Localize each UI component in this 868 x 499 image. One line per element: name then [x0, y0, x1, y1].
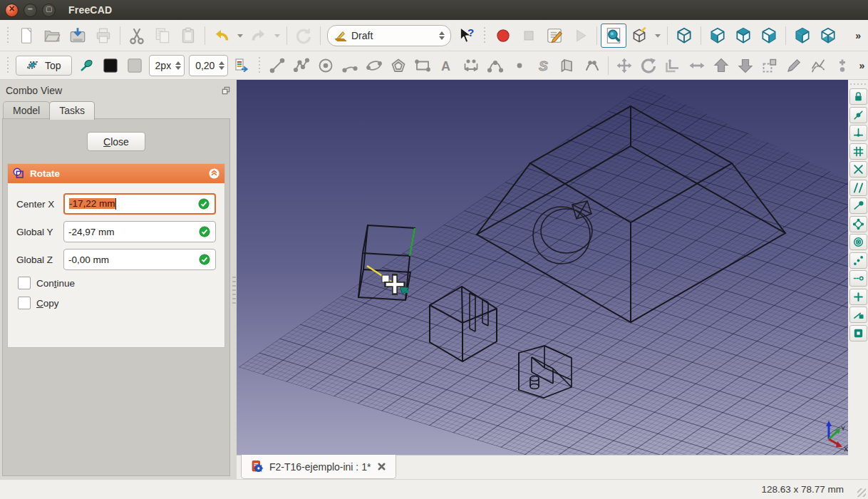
- whats-this-button[interactable]: ?: [454, 24, 480, 48]
- draft-ellipse-button[interactable]: [362, 54, 386, 77]
- macro-stop-button[interactable]: [516, 24, 542, 48]
- draft-text-button[interactable]: A: [435, 54, 459, 77]
- draft-bezier-button[interactable]: [580, 54, 604, 77]
- draft-scale-button[interactable]: [758, 54, 782, 77]
- collapse-task-icon[interactable]: [208, 168, 220, 180]
- line-width-spinbox[interactable]: 2px: [149, 55, 185, 76]
- view-fit-all-button[interactable]: [601, 24, 626, 48]
- snap-midpoint-button[interactable]: [849, 107, 867, 123]
- draft-line-button[interactable]: [265, 54, 289, 77]
- new-document-button[interactable]: [14, 24, 39, 48]
- cut-button[interactable]: [124, 24, 150, 48]
- draft-circle-button[interactable]: [314, 54, 338, 77]
- draft-edit-button[interactable]: [782, 54, 806, 77]
- panel-splitter-handle[interactable]: [232, 277, 236, 305]
- snap-grid-button[interactable]: [849, 143, 867, 160]
- draft-shapestring-button[interactable]: S: [532, 54, 556, 77]
- redo-dropdown[interactable]: [272, 24, 283, 48]
- draft-move-button[interactable]: [612, 54, 636, 77]
- redo-button[interactable]: [246, 24, 272, 48]
- window-minimize-button[interactable]: [24, 4, 37, 17]
- snap-ortho-button[interactable]: [849, 252, 867, 269]
- toolbar-drag-handle[interactable]: [6, 57, 11, 74]
- open-document-button[interactable]: [39, 24, 65, 48]
- copy-button[interactable]: [150, 24, 175, 48]
- toolbar-overflow-button[interactable]: »: [851, 29, 865, 42]
- toolbar-drag-handle[interactable]: [257, 57, 262, 74]
- global-z-input[interactable]: -0,00 mm: [63, 249, 216, 270]
- toolbar-drag-handle[interactable]: [6, 27, 11, 44]
- snap-intersection-button[interactable]: [849, 161, 867, 178]
- view-right-button[interactable]: [756, 24, 782, 48]
- draft-rectangle-button[interactable]: [410, 54, 435, 77]
- snap-angle-button[interactable]: [849, 216, 867, 232]
- macro-edit-button[interactable]: [542, 24, 567, 48]
- macro-record-button[interactable]: [490, 24, 516, 48]
- snap-near-button[interactable]: [849, 307, 867, 323]
- center-x-input[interactable]: -17,22 mm: [63, 193, 216, 215]
- snap-toolbar-handle[interactable]: [850, 82, 866, 86]
- global-y-input[interactable]: -24,97 mm: [63, 221, 216, 242]
- undo-button[interactable]: [209, 24, 234, 48]
- draft-bspline-button[interactable]: [483, 54, 507, 77]
- titlebar[interactable]: FreeCAD: [0, 0, 868, 20]
- tab-tasks[interactable]: Tasks: [49, 101, 95, 120]
- snap-lock-button[interactable]: [849, 88, 867, 105]
- draft-offset-button[interactable]: [661, 54, 685, 77]
- window-close-button[interactable]: [5, 4, 19, 17]
- draft-point-button[interactable]: [507, 54, 532, 77]
- draft-rotate-button[interactable]: [636, 54, 661, 77]
- copy-checkbox-row[interactable]: Copy: [18, 297, 216, 309]
- save-document-button[interactable]: [65, 24, 91, 48]
- snap-parallel-button[interactable]: [849, 180, 867, 196]
- close-tab-icon[interactable]: [376, 461, 387, 472]
- view-axonometric-button[interactable]: [671, 24, 697, 48]
- draft-downgrade-button[interactable]: [733, 54, 758, 77]
- draw-style-button[interactable]: [626, 24, 652, 48]
- view-front-button[interactable]: [705, 24, 730, 48]
- draft-dimension-button[interactable]: [459, 54, 483, 77]
- apply-style-button[interactable]: [230, 54, 254, 77]
- print-button[interactable]: [91, 24, 116, 48]
- snap-endpoint-button[interactable]: [849, 197, 867, 214]
- continue-checkbox[interactable]: [18, 277, 31, 289]
- toggle-snap-button[interactable]: [74, 54, 98, 77]
- view-top-button[interactable]: [730, 24, 756, 48]
- draft-wire-button[interactable]: [289, 54, 314, 77]
- refresh-button[interactable]: [291, 24, 316, 48]
- view-rear-button[interactable]: [790, 24, 815, 48]
- snap-special-button[interactable]: [849, 289, 867, 305]
- snap-working-plane-button[interactable]: [849, 325, 867, 341]
- close-task-button[interactable]: Close: [87, 132, 145, 151]
- rotate-task-header[interactable]: Rotate: [8, 164, 224, 183]
- face-color-swatch[interactable]: [123, 54, 147, 77]
- line-color-swatch[interactable]: [98, 54, 123, 77]
- draft-add-point-button[interactable]: [830, 54, 854, 77]
- float-panel-icon[interactable]: [221, 86, 231, 96]
- snap-perpendicular-button[interactable]: [849, 125, 867, 141]
- copy-checkbox[interactable]: [18, 297, 31, 309]
- draft-upgrade-button[interactable]: [709, 54, 733, 77]
- continue-checkbox-row[interactable]: Continue: [18, 277, 216, 289]
- draft-wire-to-bspline-button[interactable]: [806, 54, 830, 77]
- draft-trimex-button[interactable]: [685, 54, 709, 77]
- workbench-selector[interactable]: Draft: [327, 25, 451, 46]
- macro-play-button[interactable]: [567, 24, 593, 48]
- draft-arc-button[interactable]: [338, 54, 362, 77]
- snap-center-button[interactable]: [849, 234, 867, 250]
- draw-style-dropdown[interactable]: [652, 24, 663, 48]
- draft-toolbar-overflow-button[interactable]: »: [854, 59, 868, 72]
- resize-grip[interactable]: [857, 488, 866, 497]
- paste-button[interactable]: [175, 24, 201, 48]
- draft-facebinder-button[interactable]: [556, 54, 580, 77]
- workbench-spinner[interactable]: [439, 31, 446, 40]
- snap-extension-button[interactable]: [849, 270, 867, 287]
- tab-model[interactable]: Model: [3, 101, 50, 120]
- document-tab[interactable]: F2-T16-ejemplo-ini : 1*: [241, 455, 396, 479]
- toolbar-drag-handle[interactable]: [482, 27, 487, 44]
- undo-dropdown[interactable]: [234, 24, 246, 48]
- draft-polygon-button[interactable]: [386, 54, 410, 77]
- view-bottom-button[interactable]: [815, 24, 841, 48]
- 3d-viewport[interactable]: Y X: [237, 80, 848, 455]
- window-maximize-button[interactable]: [42, 4, 56, 17]
